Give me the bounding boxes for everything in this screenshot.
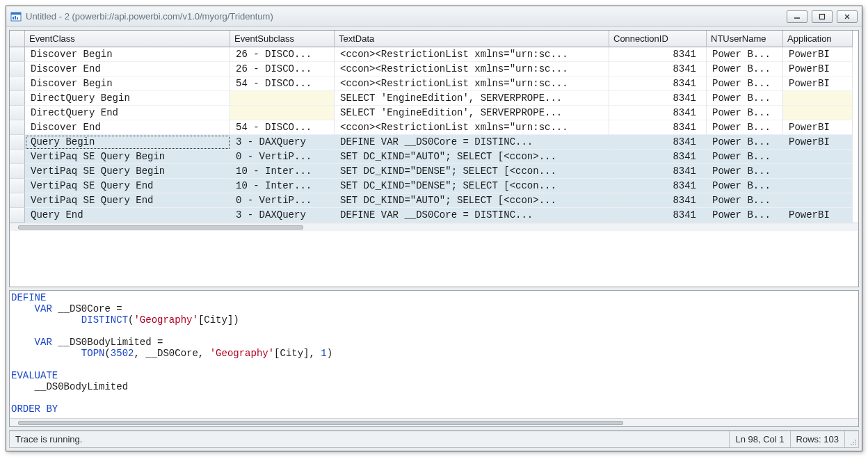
cell-nt[interactable]: Power B... — [707, 77, 783, 91]
cell-app[interactable]: PowerBI — [783, 135, 853, 150]
cell-evt[interactable]: Discover End — [25, 62, 230, 77]
cell-txt[interactable]: <ccon><RestrictionList xmlns="urn:sc... — [335, 120, 609, 135]
cell-app[interactable] — [783, 164, 853, 179]
cell-app[interactable] — [783, 193, 853, 208]
row-header[interactable] — [10, 77, 25, 91]
maximize-button[interactable] — [812, 10, 833, 23]
column-header[interactable]: Application — [783, 31, 853, 47]
row-header[interactable] — [10, 62, 25, 77]
column-header[interactable]: EventSubclass — [230, 31, 335, 47]
row-header[interactable] — [10, 91, 25, 106]
scrollbar-thumb[interactable] — [18, 421, 623, 425]
cell-txt[interactable]: DEFINE VAR __DS0Core = DISTINC... — [335, 135, 609, 150]
row-header[interactable] — [10, 193, 25, 208]
cell-evt[interactable]: VertiPaq SE Query End — [25, 193, 230, 208]
cell-conn[interactable]: 8341 — [609, 47, 707, 62]
cell-nt[interactable]: Power B... — [707, 193, 783, 208]
cell-txt[interactable]: SET DC_KIND="DENSE"; SELECT [<ccon... — [335, 179, 609, 193]
row-header[interactable] — [10, 164, 25, 179]
detail-horizontal-scrollbar[interactable] — [10, 418, 858, 426]
cell-conn[interactable]: 8341 — [609, 106, 707, 120]
cell-nt[interactable]: Power B... — [707, 179, 783, 193]
cell-nt[interactable]: Power B... — [707, 91, 783, 106]
cell-conn[interactable]: 8341 — [609, 193, 707, 208]
cell-sub[interactable]: 3 - DAXQuery — [230, 135, 335, 150]
detail-text[interactable]: DEFINE VAR __DS0Core = DISTINCT('Geograp… — [10, 291, 858, 426]
cell-evt[interactable]: Discover Begin — [25, 77, 230, 91]
cell-evt[interactable]: DirectQuery Begin — [25, 91, 230, 106]
row-header[interactable] — [10, 150, 25, 164]
row-header[interactable] — [10, 47, 25, 62]
cell-sub[interactable] — [230, 106, 335, 120]
cell-sub[interactable]: 26 - DISCO... — [230, 47, 335, 62]
cell-txt[interactable]: SELECT 'EngineEdition', SERVERPROPE... — [335, 106, 609, 120]
close-button[interactable] — [837, 10, 858, 23]
cell-sub[interactable]: 26 - DISCO... — [230, 62, 335, 77]
events-grid[interactable]: EventClassEventSubclassTextDataConnectio… — [9, 30, 859, 287]
detail-pane[interactable]: DEFINE VAR __DS0Core = DISTINCT('Geograp… — [9, 290, 859, 427]
cell-app[interactable]: PowerBI — [783, 47, 853, 62]
cell-sub[interactable]: 54 - DISCO... — [230, 77, 335, 91]
scrollbar-thumb[interactable] — [18, 225, 303, 230]
cell-sub[interactable] — [230, 91, 335, 106]
cell-evt[interactable]: DirectQuery End — [25, 106, 230, 120]
cell-txt[interactable]: SELECT 'EngineEdition', SERVERPROPE... — [335, 91, 609, 106]
cell-conn[interactable]: 8341 — [609, 208, 707, 223]
cell-conn[interactable]: 8341 — [609, 91, 707, 106]
minimize-button[interactable] — [787, 10, 807, 23]
cell-sub[interactable]: 54 - DISCO... — [230, 120, 335, 135]
cell-app[interactable] — [783, 179, 853, 193]
cell-sub[interactable]: 10 - Inter... — [230, 164, 335, 179]
cell-txt[interactable]: SET DC_KIND="DENSE"; SELECT [<ccon... — [335, 164, 609, 179]
cell-txt[interactable]: SET DC_KIND="AUTO"; SELECT [<ccon>... — [335, 193, 609, 208]
cell-app[interactable]: PowerBI — [783, 208, 853, 223]
cell-nt[interactable]: Power B... — [707, 150, 783, 164]
cell-txt[interactable]: <ccon><RestrictionList xmlns="urn:sc... — [335, 47, 609, 62]
cell-evt[interactable]: Query Begin — [25, 135, 230, 150]
column-header[interactable]: TextData — [335, 31, 609, 47]
cell-nt[interactable]: Power B... — [707, 208, 783, 223]
cell-conn[interactable]: 8341 — [609, 179, 707, 193]
cell-nt[interactable]: Power B... — [707, 106, 783, 120]
cell-nt[interactable]: Power B... — [707, 135, 783, 150]
cell-sub[interactable]: 3 - DAXQuery — [230, 208, 335, 223]
cell-app[interactable]: PowerBI — [783, 120, 853, 135]
row-header[interactable] — [10, 120, 25, 135]
cell-nt[interactable]: Power B... — [707, 164, 783, 179]
cell-app[interactable] — [783, 91, 853, 106]
cell-nt[interactable]: Power B... — [707, 47, 783, 62]
cell-nt[interactable]: Power B... — [707, 62, 783, 77]
cell-evt[interactable]: Discover End — [25, 120, 230, 135]
cell-app[interactable]: PowerBI — [783, 77, 853, 91]
cell-txt[interactable]: <ccon><RestrictionList xmlns="urn:sc... — [335, 77, 609, 91]
column-header[interactable]: EventClass — [25, 31, 230, 47]
cell-conn[interactable]: 8341 — [609, 62, 707, 77]
row-header[interactable] — [10, 208, 25, 223]
cell-nt[interactable]: Power B... — [707, 120, 783, 135]
cell-conn[interactable]: 8341 — [609, 164, 707, 179]
cell-sub[interactable]: 10 - Inter... — [230, 179, 335, 193]
titlebar[interactable]: Untitled - 2 (powerbi://api.powerbi.com/… — [6, 6, 862, 27]
cell-sub[interactable]: 0 - VertiP... — [230, 193, 335, 208]
row-header[interactable] — [10, 135, 25, 150]
cell-evt[interactable]: Query End — [25, 208, 230, 223]
cell-txt[interactable]: <ccon><RestrictionList xmlns="urn:sc... — [335, 62, 609, 77]
cell-conn[interactable]: 8341 — [609, 77, 707, 91]
row-header[interactable] — [10, 106, 25, 120]
cell-sub[interactable]: 0 - VertiP... — [230, 150, 335, 164]
cell-app[interactable] — [783, 106, 853, 120]
cell-txt[interactable]: SET DC_KIND="AUTO"; SELECT [<ccon>... — [335, 150, 609, 164]
column-header[interactable]: ConnectionID — [609, 31, 707, 47]
grid-horizontal-scrollbar[interactable] — [10, 223, 858, 231]
cell-app[interactable] — [783, 150, 853, 164]
cell-conn[interactable]: 8341 — [609, 120, 707, 135]
cell-app[interactable]: PowerBI — [783, 62, 853, 77]
cell-evt[interactable]: VertiPaq SE Query Begin — [25, 164, 230, 179]
cell-txt[interactable]: DEFINE VAR __DS0Core = DISTINC... — [335, 208, 609, 223]
resize-grip[interactable] — [845, 431, 859, 448]
cell-evt[interactable]: VertiPaq SE Query End — [25, 179, 230, 193]
cell-conn[interactable]: 8341 — [609, 135, 707, 150]
cell-conn[interactable]: 8341 — [609, 150, 707, 164]
column-header[interactable]: NTUserName — [707, 31, 783, 47]
cell-evt[interactable]: VertiPaq SE Query Begin — [25, 150, 230, 164]
